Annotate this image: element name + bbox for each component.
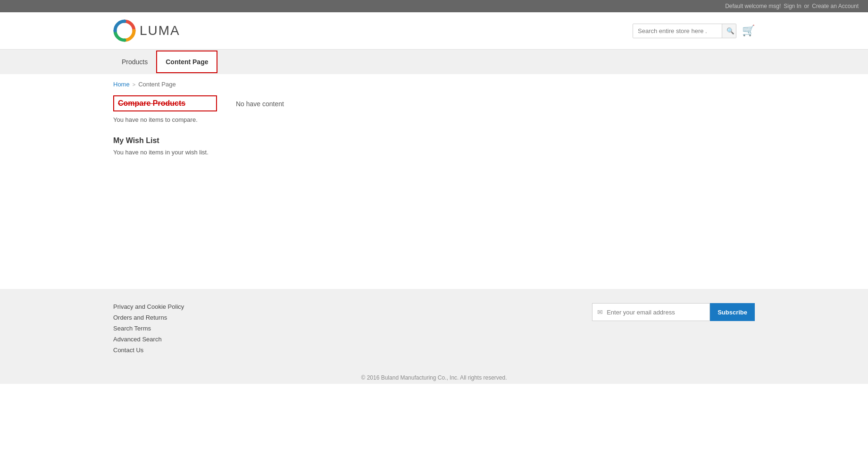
footer-link-orders[interactable]: Orders and Returns (113, 314, 184, 321)
footer: Privacy and Cookie Policy Orders and Ret… (0, 289, 868, 384)
nav-item-products[interactable]: Products (113, 50, 156, 74)
footer-link-privacy[interactable]: Privacy and Cookie Policy (113, 303, 184, 310)
newsletter-email-input[interactable] (607, 309, 701, 316)
main-nav: Products Content Page (0, 50, 868, 74)
content-area: No have content (236, 95, 755, 270)
create-account-link[interactable]: Create an Account (812, 3, 859, 9)
nav-item-content-page[interactable]: Content Page (156, 51, 217, 73)
welcome-message: Default welcome msg! (725, 3, 781, 9)
logo-text: LUMA (140, 23, 180, 38)
search-button[interactable]: 🔍 (722, 24, 736, 38)
footer-inner-wrap: Privacy and Cookie Policy Orders and Ret… (0, 289, 868, 368)
footer-copyright: © 2016 Buland Manufacturing Co., Inc. Al… (0, 368, 868, 384)
search-input[interactable] (633, 24, 722, 38)
sidebar: Compare Products You have no items to co… (113, 95, 217, 270)
footer-link-advanced-search[interactable]: Advanced Search (113, 336, 184, 343)
main-content: Compare Products You have no items to co… (0, 91, 868, 289)
breadcrumb-current: Content Page (138, 81, 176, 88)
or-text: or (804, 3, 810, 9)
cart-button[interactable]: 🛒 (742, 25, 755, 37)
footer-links: Privacy and Cookie Policy Orders and Ret… (113, 303, 184, 354)
breadcrumb-home[interactable]: Home (113, 81, 130, 88)
footer-inner: Privacy and Cookie Policy Orders and Ret… (113, 303, 755, 354)
compare-products-text: You have no items to compare. (113, 116, 217, 123)
wishlist-title: My Wish List (113, 136, 217, 145)
logo-area: LUMA (113, 19, 180, 42)
breadcrumb-separator: > (133, 82, 135, 87)
breadcrumb: Home > Content Page (0, 74, 868, 91)
footer-link-search-terms[interactable]: Search Terms (113, 325, 184, 332)
footer-link-contact[interactable]: Contact Us (113, 347, 184, 354)
no-content-text: No have content (236, 100, 755, 108)
newsletter-area: ✉ Subscribe (592, 303, 755, 321)
subscribe-button[interactable]: Subscribe (710, 303, 755, 321)
newsletter-input-wrap: ✉ (592, 303, 710, 321)
search-box: 🔍 (633, 24, 736, 38)
compare-products-title: Compare Products (113, 95, 217, 111)
wishlist-text: You have no items in your wish list. (113, 149, 217, 156)
top-bar: Default welcome msg! Sign In or Create a… (0, 0, 868, 12)
header: LUMA 🔍 🛒 (0, 12, 868, 50)
mail-icon: ✉ (597, 308, 603, 316)
luma-logo-icon (113, 19, 136, 42)
search-icon: 🔍 (726, 27, 734, 34)
signin-link[interactable]: Sign In (784, 3, 801, 9)
cart-icon: 🛒 (742, 25, 755, 36)
header-right: 🔍 🛒 (633, 24, 755, 38)
